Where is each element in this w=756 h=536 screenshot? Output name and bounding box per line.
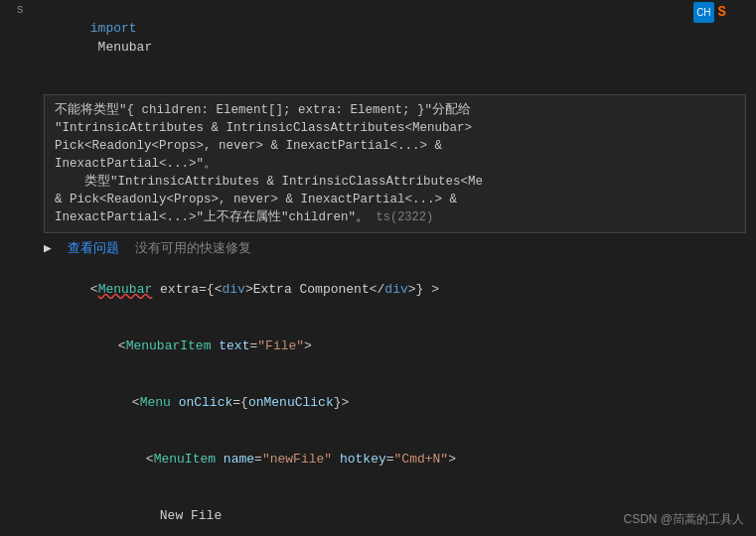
tag-menubaritem: MenubarItem [126,338,212,353]
gt2: > [408,282,416,297]
watermark: CSDN @茼蒿的工具人 [623,511,744,528]
tag-menubar: Menubar [98,282,153,297]
close-brace: } [334,395,342,410]
quick-fix-bar: ▶ 查看问题 没有可用的快速修复 [44,235,756,261]
new-file-label: New File [160,508,222,523]
gt: > [342,395,350,410]
tag-div-close: div [384,282,407,297]
tooltip-line3: Pick<Readonly<Props>, never> & InexactPa… [55,137,735,155]
line-number: s [0,0,40,19]
close-div: </ [370,282,385,297]
lt: < [132,395,140,410]
val-file: "File" [257,338,304,353]
handler: onMenuClick [248,395,334,410]
attr-extra: extra={ [152,282,214,297]
line-content: <Menubar extra={<div>Extra Component</di… [40,261,756,318]
tooltip-line4: InexactPartial<...>"。 [55,155,735,173]
error-tooltip: 不能将类型"{ children: Element[]; extra: Elem… [44,94,746,233]
tag-menuitem: MenuItem [154,452,216,467]
gt: > [304,338,312,353]
code-line-menubar-open: <Menubar extra={<div>Extra Component</di… [0,261,756,318]
tooltip-line1: 不能将类型"{ children: Element[]; extra: Elem… [55,101,735,119]
attr-name: name [224,452,254,467]
code-line-menuitem-newfile: <MenuItem name="newFile" hotkey="Cmd+N"> [0,431,756,487]
space [216,452,224,467]
line-content: <Menu onClick={onMenuClick}> [40,374,756,431]
ch-badge: CH [693,2,713,23]
expand-arrow: ▶ [44,240,52,256]
editor-container: s import Menubar CH S 不能将类型"{ children: … [0,0,756,536]
gt1: > [245,282,253,297]
space2 [332,452,340,467]
val-newfile: "newFile" [262,452,332,467]
view-problem-link[interactable]: 查看问题 [68,239,119,257]
tag-menu: Menu [140,395,171,410]
tag-div: div [222,282,244,297]
code-line-menu: <Menu onClick={onMenuClick}> [0,374,756,431]
line-content: <MenubarItem text="File"> [40,318,756,374]
space [171,395,179,410]
eq2: = [386,452,394,467]
lt: < [146,452,154,467]
code-line-import: s import Menubar CH S [0,0,756,94]
code-line-menubaritem: <MenubarItem text="File"> [0,318,756,374]
tooltip-line7: InexactPartial<...>"上不存在属性"children"。 ts… [55,208,735,226]
close-brace-gt: } > [416,282,439,297]
keyword-import: import [90,21,137,36]
tooltip-line5: 类型"IntrinsicAttributes & IntrinsicClassA… [55,173,735,191]
line-content: <MenuItem name="newFile" hotkey="Cmd+N"> [40,431,756,487]
extra-text: Extra Component [253,282,370,297]
no-quick-fix-label: 没有可用的快速修复 [135,239,251,257]
attr-hotkey: hotkey [340,452,386,467]
attr-text: text [219,338,249,353]
tooltip-line2: "IntrinsicAttributes & IntrinsicClassAtt… [55,119,735,137]
s-badge: S [718,3,726,22]
ts-error-code: ts(2322) [377,210,434,224]
eq: ={ [232,395,248,410]
lt: < [118,338,126,353]
lt: < [90,282,98,297]
attr-onclick: onClick [179,395,233,410]
line-content: import Menubar CH S [40,0,756,94]
gt: > [448,452,456,467]
val-cmdn: "Cmd+N" [394,452,449,467]
import-name: Menubar [90,40,152,55]
eq: = [254,452,262,467]
tooltip-line6: & Pick<Readonly<Props>, never> & Inexact… [55,191,735,208]
